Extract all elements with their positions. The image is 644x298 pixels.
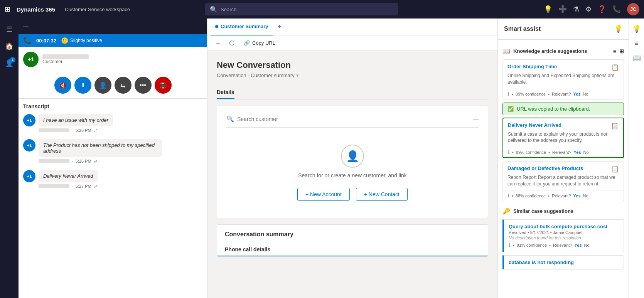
- ka-info-icon-3[interactable]: ℹ: [507, 193, 509, 199]
- msg-avatar-3: +1: [23, 170, 35, 182]
- sentiment-label: Slightly positive: [70, 38, 102, 43]
- ka-card-delivery-header: Delivery Never Arrived 📋: [503, 118, 623, 131]
- tab-customer-summary[interactable]: Customer Summary: [211, 19, 273, 35]
- ka-grid-icon[interactable]: ⊞: [619, 48, 624, 54]
- customer-avatar: +1: [23, 52, 39, 67]
- relevant-no-1[interactable]: No: [583, 92, 588, 96]
- empty-state-text: Search for or create a new customer, and…: [298, 172, 407, 178]
- tab-bar: Customer Summary +: [207, 19, 497, 35]
- msg-bubble-1: I have an issue with my order: [39, 114, 113, 126]
- sidebar-menu-icon[interactable]: ☰: [2, 22, 17, 37]
- plus-icon[interactable]: ➕: [558, 5, 567, 13]
- transcript-message-2: +1 The Product has not been shipped to m…: [23, 139, 202, 164]
- details-tabs: Details: [217, 86, 488, 99]
- right-book-icon[interactable]: 📖: [631, 52, 642, 64]
- relevant-yes-1[interactable]: Yes: [573, 92, 581, 96]
- url-copied-text: URL was copied to the clipboard.: [517, 106, 590, 112]
- phone-call-details-tab[interactable]: Phone call details: [225, 243, 270, 256]
- search-bar[interactable]: 🔍: [205, 3, 398, 15]
- relevant-no-3[interactable]: No: [583, 194, 588, 198]
- ka-bullet-2: •: [548, 92, 550, 96]
- settings-icon[interactable]: ⚙: [585, 5, 592, 13]
- back-button[interactable]: ←: [214, 38, 223, 48]
- translate-icon-3[interactable]: ⇌: [94, 184, 98, 189]
- more-button[interactable]: •••: [135, 77, 152, 94]
- relevant-yes-2[interactable]: Yes: [574, 150, 581, 155]
- msg-time-1: -: [72, 128, 73, 133]
- content-toolbar: ← ⬡ 🔗 Copy URL: [207, 35, 497, 51]
- relevant-no-2[interactable]: No: [583, 150, 589, 155]
- ka-info-icon-2[interactable]: ℹ: [508, 150, 510, 155]
- relevant-yes-3[interactable]: Yes: [573, 194, 581, 198]
- copy-url-button[interactable]: 🔗 Copy URL: [241, 39, 278, 47]
- ka-title-order-shipping[interactable]: Order Shipping Time: [507, 64, 557, 69]
- similar-yes-1[interactable]: Yes: [575, 243, 582, 247]
- right-bulb-icon[interactable]: 💡: [631, 23, 642, 35]
- consult-button[interactable]: 👤: [94, 77, 111, 94]
- sidebar-home-icon[interactable]: 🏠: [2, 39, 17, 54]
- ka-title-delivery[interactable]: Delivery Never Arrived: [508, 122, 561, 128]
- smart-assist-body: 📖 Knowledge article suggestions ≡ ⊞ Orde…: [498, 40, 629, 298]
- msg-time-placeholder-3: [39, 184, 69, 188]
- phone-icon[interactable]: 📞: [612, 5, 621, 13]
- smart-assist-bulb-icon[interactable]: 💡: [614, 25, 622, 33]
- ka-bullet-4: •: [548, 150, 550, 155]
- similar-case-1: Query about bulk compute purchase cost R…: [502, 219, 624, 252]
- search-customer-icon: 🔍: [226, 115, 234, 123]
- ka-action-delivery[interactable]: 📋: [611, 122, 619, 130]
- similar-info-icon-1[interactable]: ℹ: [509, 242, 511, 248]
- ka-info-icon-1[interactable]: ℹ: [507, 91, 509, 97]
- ka-confidence-3: 88% confidence: [516, 194, 546, 198]
- ka-bullet-3: •: [512, 150, 514, 155]
- left-panel-header: —: [19, 19, 207, 34]
- left-panel: — 📞 00:07:32 🙂 Slightly positive +1 Cust…: [19, 19, 207, 298]
- link-icon: 🔗: [244, 40, 250, 46]
- transcript-message-1: +1 I have an issue with my order - 5:26 …: [23, 114, 202, 133]
- lightbulb-icon[interactable]: 💡: [544, 5, 552, 13]
- end-call-button[interactable]: 📵: [155, 77, 172, 94]
- transcript-message-3: +1 Delivery Never Arrived - 5:27 PM ⇌: [23, 170, 202, 189]
- right-list-icon[interactable]: ≡: [633, 38, 640, 49]
- minimize-icon[interactable]: —: [23, 23, 29, 29]
- transfer-button[interactable]: ⇆: [115, 77, 131, 94]
- translate-icon-2[interactable]: ⇌: [94, 158, 98, 164]
- ka-card-damaged-header: Damaged or Defective Products 📋: [503, 162, 624, 174]
- sidebar-badge-icon[interactable]: 👤 1: [2, 56, 17, 71]
- msg-meta-1: - 5:26 PM ⇌: [39, 128, 113, 133]
- search-customer-field[interactable]: [237, 116, 470, 122]
- knowledge-articles-header: 📖 Knowledge article suggestions ≡ ⊞: [502, 47, 624, 55]
- tab-add-button[interactable]: +: [275, 23, 285, 31]
- similar-confidence-1: 81% confidence: [517, 243, 547, 247]
- new-contact-button[interactable]: + New Contact: [356, 188, 408, 201]
- msg-body-2: The Product has not been shipped to my s…: [39, 139, 162, 164]
- top-nav-right: 💡 ➕ ⚗ ⚙ ❓ 📞 JC: [544, 3, 639, 15]
- relevant-label-3: Relevant?: [552, 194, 571, 198]
- filter-icon[interactable]: ⚗: [573, 5, 579, 13]
- search-input[interactable]: [221, 7, 393, 12]
- smart-assist-panel: Smart assist 💡 📖 Knowledge article sugge…: [497, 19, 629, 298]
- mute-button[interactable]: 🔇: [54, 77, 71, 94]
- new-account-button[interactable]: + New Account: [297, 188, 350, 201]
- ka-card-damaged: Damaged or Defective Products 📋 Report R…: [502, 161, 624, 201]
- details-tab-details[interactable]: Details: [217, 86, 234, 99]
- user-avatar[interactable]: JC: [627, 3, 639, 15]
- ka-title-damaged[interactable]: Damaged or Defective Products: [507, 165, 583, 171]
- translate-icon-1[interactable]: ⇌: [94, 128, 98, 133]
- ka-card-order-shipping: Order Shipping Time 📋 Online Shipping an…: [502, 59, 624, 99]
- similar-case-title-1[interactable]: Query about bulk compute purchase cost: [509, 224, 619, 229]
- similar-case-title-2[interactable]: database is not responding: [509, 259, 619, 265]
- ka-action-damaged[interactable]: 📋: [611, 165, 619, 173]
- search-customer-input-wrapper: 🔍 ---: [226, 115, 479, 128]
- msg-body-3: Delivery Never Arrived - 5:27 PM ⇌: [39, 170, 98, 189]
- help-icon[interactable]: ❓: [598, 5, 606, 13]
- hold-button[interactable]: ⏸: [74, 77, 91, 94]
- similar-case-2: database is not responding: [502, 255, 624, 269]
- grid-icon[interactable]: ⊞: [5, 5, 10, 13]
- popout-button[interactable]: ⬡: [228, 38, 236, 48]
- center-content: Customer Summary + ← ⬡ 🔗 Copy URL New Co…: [207, 19, 497, 298]
- ka-bullet-5: •: [512, 194, 513, 198]
- brand-logo: Dynamics 365: [17, 6, 55, 13]
- similar-no-1[interactable]: No: [584, 243, 590, 247]
- ka-action-order-shipping[interactable]: 📋: [611, 64, 619, 71]
- ka-list-icon[interactable]: ≡: [613, 48, 616, 54]
